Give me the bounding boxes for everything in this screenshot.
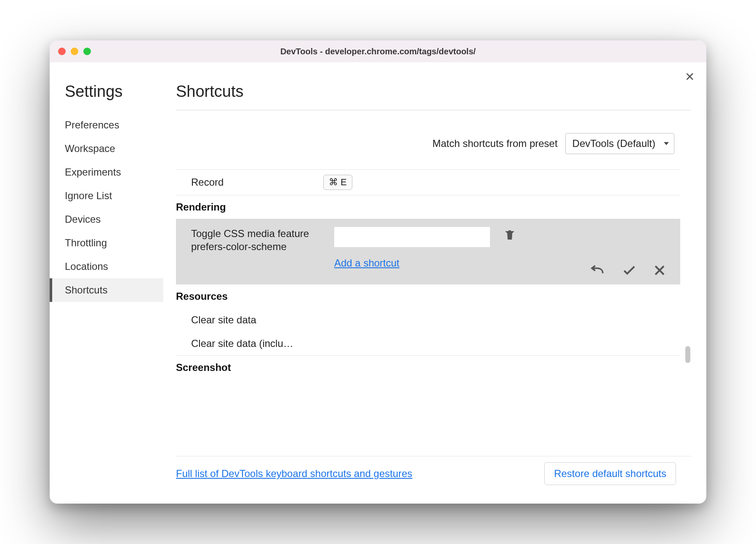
section-header-screenshot: Screenshot — [176, 355, 680, 379]
sidebar-item-locations[interactable]: Locations — [50, 255, 163, 278]
section-header-resources: Resources — [176, 284, 680, 308]
sidebar-item-ignore-list[interactable]: Ignore List — [50, 184, 163, 208]
shortcuts-scroll-area: Record ⌘ E Rendering Toggle CSS media fe… — [176, 169, 691, 453]
section-header-rendering: Rendering — [176, 195, 680, 219]
full-list-link[interactable]: Full list of DevTools keyboard shortcuts… — [176, 468, 413, 480]
close-settings-button[interactable]: ✕ — [685, 70, 695, 84]
delete-shortcut-button[interactable] — [505, 229, 514, 240]
restore-defaults-button[interactable]: Restore default shortcuts — [544, 462, 676, 485]
sidebar-item-preferences[interactable]: Preferences — [50, 113, 163, 137]
scrollbar-thumb[interactable] — [685, 346, 690, 363]
footer: Full list of DevTools keyboard shortcuts… — [176, 456, 691, 495]
key-modifier: ⌘ — [329, 177, 338, 188]
undo-icon — [590, 265, 604, 276]
shortcut-key-record: ⌘ E — [323, 175, 352, 190]
traffic-lights — [58, 48, 91, 55]
sidebar-title: Settings — [50, 83, 163, 101]
sidebar-item-devices[interactable]: Devices — [50, 208, 163, 231]
shortcut-edit-row: Toggle CSS media feature prefers-color-s… — [176, 219, 680, 284]
preset-select[interactable]: DevTools (Default) — [565, 133, 674, 154]
close-icon — [654, 265, 665, 276]
shortcut-row-clear-site-data-including: Clear site data (inclu… — [176, 332, 680, 355]
shortcut-input[interactable] — [334, 227, 490, 247]
devtools-window: DevTools - developer.chrome.com/tags/dev… — [50, 40, 706, 504]
content-area: Settings Preferences Workspace Experimen… — [50, 62, 706, 504]
shortcut-edit-name: Toggle CSS media feature prefers-color-s… — [191, 227, 326, 253]
trash-icon — [505, 229, 514, 240]
maximize-window-button[interactable] — [83, 48, 91, 55]
shortcut-label-record: Record — [176, 176, 323, 188]
edit-actions — [191, 265, 668, 276]
sidebar-item-throttling[interactable]: Throttling — [50, 231, 163, 255]
settings-sidebar: Settings Preferences Workspace Experimen… — [50, 62, 163, 504]
key-letter: E — [341, 177, 347, 188]
sidebar-item-shortcuts[interactable]: Shortcuts — [50, 278, 163, 302]
window-title: DevTools - developer.chrome.com/tags/dev… — [50, 47, 706, 56]
chevron-down-icon — [664, 142, 669, 145]
check-icon — [623, 265, 636, 276]
preset-row: Match shortcuts from preset DevTools (De… — [176, 110, 691, 169]
shortcut-row-clear-site-data: Clear site data — [176, 308, 680, 332]
preset-label: Match shortcuts from preset — [432, 138, 557, 149]
add-shortcut-link[interactable]: Add a shortcut — [334, 257, 399, 269]
shortcut-row-record: Record ⌘ E — [176, 169, 680, 195]
close-window-button[interactable] — [58, 48, 66, 55]
preset-select-value: DevTools (Default) — [572, 138, 655, 149]
sidebar-item-workspace[interactable]: Workspace — [50, 137, 163, 160]
main-panel: ✕ Shortcuts Match shortcuts from preset … — [163, 62, 706, 504]
sidebar-item-experiments[interactable]: Experiments — [50, 160, 163, 184]
page-title: Shortcuts — [176, 83, 691, 110]
undo-button[interactable] — [590, 265, 604, 276]
titlebar: DevTools - developer.chrome.com/tags/dev… — [50, 40, 706, 62]
cancel-button[interactable] — [654, 265, 665, 276]
confirm-button[interactable] — [623, 265, 636, 276]
minimize-window-button[interactable] — [71, 48, 78, 55]
